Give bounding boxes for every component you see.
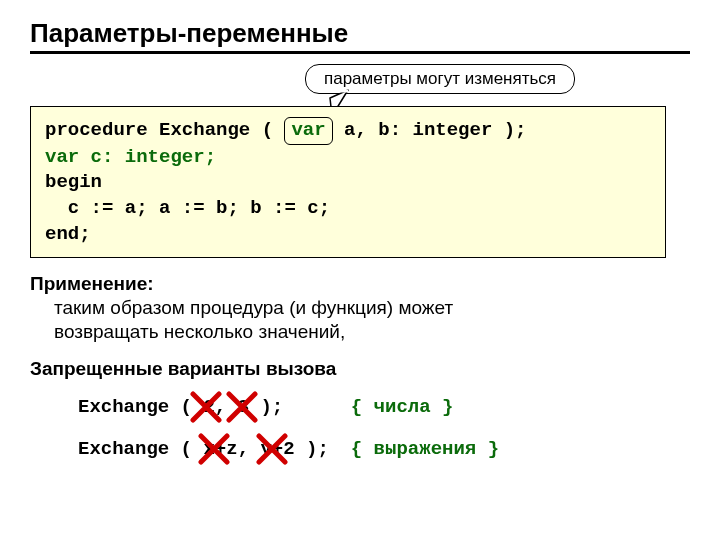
code-box: procedure Exchange ( var a, b: integer )… (30, 106, 666, 258)
usage-text-2: возвращать несколько значений, (30, 320, 690, 344)
forbidden-comment-2: { выражения } (351, 438, 499, 460)
forbidden-section: Запрещенные варианты вызова Exchange ( 2… (30, 357, 690, 465)
forbidden-line-1: Exchange ( 2, 3 ); { числа } (30, 389, 690, 423)
usage-text-1: таким образом процедура (и функция) може… (30, 296, 690, 320)
forbidden-code-1: Exchange ( 2, 3 ); (78, 396, 283, 418)
page-title: Параметры-переменные (30, 18, 690, 49)
usage-section: Применение: таким образом процедура (и ф… (30, 272, 690, 343)
code-line-1: procedure Exchange ( var a, b: integer )… (45, 117, 651, 145)
code-line-2: var c: integer; (45, 145, 651, 171)
code-line-3: begin (45, 170, 651, 196)
forbidden-line-2: Exchange ( x+z, y+2 ); { выражения } (30, 431, 690, 465)
forbidden-heading: Запрещенные варианты вызова (30, 357, 690, 381)
forbidden-comment-1: { числа } (351, 396, 454, 418)
usage-heading: Применение: (30, 272, 690, 296)
forbidden-gap-2 (334, 438, 345, 460)
forbidden-gap-1 (289, 396, 346, 418)
code-line-5: end; (45, 222, 651, 248)
var-highlight: var (284, 117, 332, 145)
forbidden-code-2: Exchange ( x+z, y+2 ); (78, 438, 329, 460)
code-line-4: c := a; a := b; b := c; (45, 196, 651, 222)
